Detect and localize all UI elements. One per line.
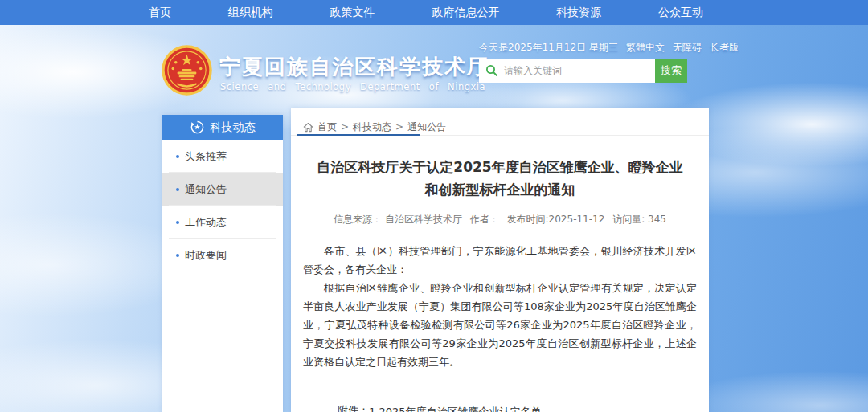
site-title: 宁夏回族自治区科学技术厅 — [219, 53, 489, 81]
search-box — [479, 59, 655, 83]
nav-item-gov-info-disclosure[interactable]: 政府信息公开 — [424, 0, 507, 25]
today-date: 今天是2025年11月12日 星期三 — [479, 41, 618, 55]
meta-publish-date: 发布时间:2025-11-12 — [507, 214, 605, 225]
link-accessibility[interactable]: 无障碍 — [673, 41, 702, 55]
nav-item-sci-tech-resources[interactable]: 科技资源 — [548, 0, 609, 25]
link-elderly-version[interactable]: 长者版 — [710, 41, 739, 55]
nav-item-home[interactable]: 首页 — [141, 0, 179, 25]
nav-item-public-interaction[interactable]: 公众互动 — [650, 0, 711, 25]
article-paragraph: 各市、县（区）科技管理部门，宁东能源化工基地管委会，银川经济技术开发区管委会，各… — [303, 242, 697, 279]
link-traditional-chinese[interactable]: 繁體中文 — [626, 41, 665, 55]
article-title-line2: 和创新型标杆企业的通知 — [303, 178, 697, 201]
meta-source: 信息来源： 自治区科学技术厅 — [334, 214, 462, 225]
breadcrumb: 首页 > 科技动态 > 通知公告 — [303, 108, 697, 134]
breadcrumb-notices[interactable]: 通知公告 — [407, 120, 446, 134]
home-icon — [303, 122, 313, 133]
nav-item-organization[interactable]: 组织机构 — [220, 0, 281, 25]
sidebar-item-work-updates[interactable]: 工作动态 — [162, 206, 283, 239]
breadcrumb-home[interactable]: 首页 — [317, 120, 337, 134]
search-input[interactable] — [504, 59, 655, 83]
main-content-panel: 首页 > 科技动态 > 通知公告 自治区科技厅关于认定2025年度自治区雏鹰企业… — [291, 108, 709, 412]
article-title: 自治区科技厅关于认定2025年度自治区雏鹰企业、瞪羚企业 和创新型标杆企业的通知 — [303, 156, 697, 201]
article-meta: 信息来源： 自治区科学技术厅 作者： 发布时间:2025-11-12 访问量: … — [303, 213, 697, 226]
attachments-section: 附件： 1.2025年度自治区雏鹰企业认定名单 2.2025年度自治区瞪羚企业认… — [338, 403, 697, 412]
bullet-dot-icon — [176, 188, 179, 191]
sidebar-item-current-politics[interactable]: 时政要闻 — [162, 239, 283, 271]
site-subtitle: Science and Technology Department of Nin… — [220, 81, 444, 92]
bullet-dot-icon — [176, 254, 179, 257]
national-emblem-logo — [162, 45, 212, 96]
search-icon — [485, 64, 498, 77]
article-title-line1: 自治区科技厅关于认定2025年度自治区雏鹰企业、瞪羚企业 — [303, 156, 697, 178]
sci-tech-news-icon — [190, 120, 204, 134]
breadcrumb-separator: > — [395, 121, 403, 133]
top-nav-items: 首页 组织机构 政策文件 政府信息公开 科技资源 公众互动 — [141, 0, 711, 25]
attachments-label: 附件： — [338, 403, 369, 412]
sidebar-item-label: 通知公告 — [185, 182, 227, 197]
breadcrumb-separator: > — [341, 121, 349, 133]
nav-item-policy-documents[interactable]: 政策文件 — [322, 0, 383, 25]
sidebar-title: 科技动态 — [211, 120, 256, 135]
sidebar: 科技动态 头条推荐 通知公告 工作动态 时政要闻 — [162, 115, 283, 412]
meta-views: 访问量: 345 — [612, 214, 666, 225]
bullet-dot-icon — [176, 221, 179, 224]
breadcrumb-divider — [303, 134, 697, 136]
sidebar-item-notices[interactable]: 通知公告 — [162, 173, 283, 206]
sidebar-item-headlines[interactable]: 头条推荐 — [162, 140, 283, 173]
sidebar-item-label: 工作动态 — [185, 215, 227, 230]
attachment-link-1[interactable]: 1.2025年度自治区雏鹰企业认定名单 — [369, 403, 573, 412]
top-nav: 首页 组织机构 政策文件 政府信息公开 科技资源 公众互动 — [0, 0, 868, 25]
article-paragraph: 根据自治区雏鹰企业、瞪羚企业和创新型标杆企业认定管理有关规定，决定认定半亩良人农… — [303, 279, 697, 371]
sidebar-item-label: 时政要闻 — [185, 248, 227, 263]
sidebar-item-label: 头条推荐 — [185, 149, 227, 164]
search-button[interactable]: 搜索 — [655, 59, 687, 83]
bullet-dot-icon — [176, 155, 179, 158]
header-right: 今天是2025年11月12日 星期三 繁體中文 无障碍 长者版 搜索 — [479, 41, 701, 55]
sidebar-header: 科技动态 — [162, 115, 283, 140]
breadcrumb-sci-tech-news[interactable]: 科技动态 — [353, 120, 391, 134]
article-body: 各市、县（区）科技管理部门，宁东能源化工基地管委会，银川经济技术开发区管委会，各… — [303, 242, 697, 371]
meta-author: 作者： — [470, 214, 499, 225]
